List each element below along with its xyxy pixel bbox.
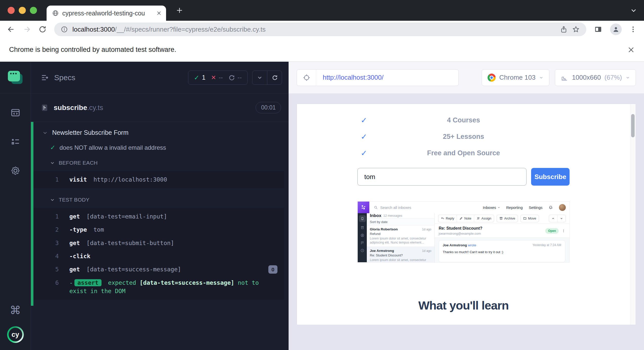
back-button[interactable] — [7, 25, 15, 33]
sort-by-date[interactable]: Sort by date — [367, 218, 434, 225]
email-app-screenshot: Search all inboxes Inboxes Reporting Set… — [357, 201, 570, 262]
stat-pending: -- — [228, 74, 242, 81]
sidebar-specs-icon[interactable] — [10, 107, 21, 118]
flag-icon[interactable] — [360, 241, 364, 245]
aut-scrollbar[interactable] — [630, 104, 636, 325]
assign-button[interactable]: Assign — [474, 215, 494, 222]
email-input[interactable] — [357, 168, 527, 186]
header-buttons — [252, 71, 282, 85]
email-toolbar: Reply Note — [435, 213, 569, 224]
email-search[interactable]: Search all inboxes — [374, 205, 411, 210]
chevron-down-icon — [626, 75, 630, 80]
clock-icon[interactable] — [360, 249, 364, 252]
feature-row: ✓ Free and Open Source — [297, 145, 630, 161]
command-row[interactable]: 5 get[data-test=success-message] 0 — [33, 263, 284, 276]
element-count-badge: 0 — [268, 265, 277, 274]
spec-duration-badge: 00:01 — [256, 102, 281, 113]
sidebar-settings-gear-icon[interactable] — [10, 165, 21, 176]
aut-iframe: ✓ 4 Courses ✓ 25+ Lessons ✓ Free and Ope… — [297, 104, 636, 325]
email-list-column: Inbox 12 messages Sort by date Gloria Ro… — [367, 213, 435, 262]
inbox-count: 12 messages — [383, 214, 402, 217]
archive-button[interactable]: Archive — [497, 215, 518, 222]
zoom-window-button[interactable] — [30, 7, 37, 14]
selector-playground-icon[interactable] — [297, 70, 316, 86]
bookmark-star-icon[interactable] — [572, 26, 580, 33]
browser-menu-icon[interactable] — [629, 26, 637, 33]
email-main: Inbox 12 messages Sort by date Gloria Ro… — [358, 213, 569, 262]
tab-search-chevron-icon[interactable] — [630, 7, 637, 14]
test-title-row[interactable]: ✓ does NOT allow a invalid email address — [33, 136, 289, 151]
reply-button[interactable]: Reply — [438, 215, 457, 222]
browser-selector[interactable]: Chrome 103 — [482, 69, 549, 86]
test-body-header[interactable]: TEST BODY — [33, 188, 289, 203]
test-body-commands: 1 get[data-test=email-input] 2 -typetom … — [33, 208, 284, 300]
aut-preview-panel: http://localhost:3000/ Chrome 103 — [289, 62, 644, 350]
note-button[interactable]: Note — [457, 215, 474, 222]
next-message-button[interactable] — [557, 215, 566, 222]
move-button[interactable]: Move — [521, 215, 539, 222]
bell-icon[interactable] — [549, 205, 553, 210]
side-panel-icon[interactable] — [594, 25, 602, 34]
cypress-cy-logo[interactable]: cy — [7, 326, 24, 343]
aut-url-text: http://localhost:3000/ — [316, 74, 384, 81]
tab-close-icon[interactable] — [156, 10, 162, 16]
infobar-close-icon[interactable] — [627, 46, 635, 54]
nav-inboxes[interactable]: Inboxes — [483, 205, 500, 210]
suite-title: Newsletter Subscribe Form — [52, 129, 128, 136]
new-tab-button[interactable] — [176, 7, 183, 14]
failed-x-icon: ✕ — [211, 74, 216, 81]
browser-tab[interactable]: cypress-realworld-testing-cou — [47, 6, 166, 21]
check-icon: ✓ — [361, 149, 367, 158]
subscribe-button[interactable]: Subscribe — [531, 168, 570, 186]
email-list-item[interactable]: Gloria Robertson 1d ago Refund Lorem ips… — [367, 225, 434, 247]
command-row[interactable]: 1 visithttp://localhost:3000 — [33, 173, 284, 186]
browser-toolbar: localhost:3000/__/#/specs/runner?file=cy… — [0, 21, 644, 38]
cypress-app-logo-icon[interactable] — [8, 71, 23, 84]
sidebar-runs-icon[interactable] — [10, 136, 21, 147]
command-row-assert[interactable]: 6 -assert expected [data-test=success-me… — [33, 276, 284, 297]
keyboard-shortcuts-icon[interactable]: ⌘ — [10, 304, 21, 317]
viewport-selector[interactable]: 1000x660 (67%) — [555, 69, 636, 86]
email-sidebar — [358, 213, 367, 262]
collapse-all-chevron-icon[interactable] — [252, 71, 267, 84]
email-from-address: joearmstrong@example.com — [439, 232, 482, 235]
contact-icon[interactable] — [360, 233, 364, 237]
command-row[interactable]: 2 -typetom — [33, 223, 284, 236]
before-each-header[interactable]: BEFORE EACH — [33, 151, 289, 166]
site-info-icon[interactable] — [61, 26, 68, 33]
check-icon: ✓ — [361, 116, 367, 125]
more-options-icon[interactable] — [562, 229, 565, 233]
nav-settings[interactable]: Settings — [529, 205, 542, 210]
email-detail-header: Re: Student Discount? joearmstrong@examp… — [435, 224, 569, 238]
archive-icon[interactable] — [360, 226, 364, 230]
minimize-window-button[interactable] — [19, 7, 26, 14]
prev-message-button[interactable] — [549, 215, 557, 222]
nav-reporting[interactable]: Reporting — [506, 205, 523, 210]
email-user-avatar[interactable] — [559, 204, 566, 211]
specs-title: Specs — [54, 73, 75, 82]
reload-button[interactable] — [38, 25, 47, 33]
scrollbar-thumb[interactable] — [631, 114, 635, 137]
email-list-item[interactable]: Joe Armstrong 1d ago Re: Student Discoun… — [367, 247, 434, 263]
aut-url-bar[interactable]: http://localhost:3000/ — [297, 69, 459, 86]
ruler-icon — [561, 74, 568, 81]
browser-tab-bar: cypress-realworld-testing-cou — [0, 0, 644, 21]
spec-file-row[interactable]: subscribe.cy.ts 00:01 — [31, 94, 289, 122]
suite-title-row[interactable]: Newsletter Subscribe Form — [33, 126, 289, 136]
command-row[interactable]: 1 get[data-test=email-input] — [33, 210, 284, 223]
specs-list-icon[interactable] — [41, 73, 49, 82]
tab-title: cypress-realworld-testing-cou — [62, 10, 152, 17]
before-each-commands: 1 visithttp://localhost:3000 — [33, 171, 284, 188]
chevron-down-icon — [539, 75, 544, 80]
rerun-icon[interactable] — [267, 71, 282, 84]
command-row[interactable]: 4 -click — [33, 250, 284, 263]
close-window-button[interactable] — [8, 7, 15, 14]
address-bar[interactable]: localhost:3000/__/#/specs/runner?file=cy… — [54, 23, 586, 36]
profile-avatar[interactable] — [610, 24, 622, 35]
forward-button[interactable] — [23, 25, 31, 33]
status-badge[interactable]: Open — [545, 228, 559, 234]
command-row[interactable]: 3 get[data-test=submit-button] — [33, 236, 284, 250]
share-icon[interactable] — [560, 26, 568, 33]
inbox-device-icon[interactable] — [359, 215, 366, 222]
stat-passed: ✓ 1 — [194, 74, 206, 81]
